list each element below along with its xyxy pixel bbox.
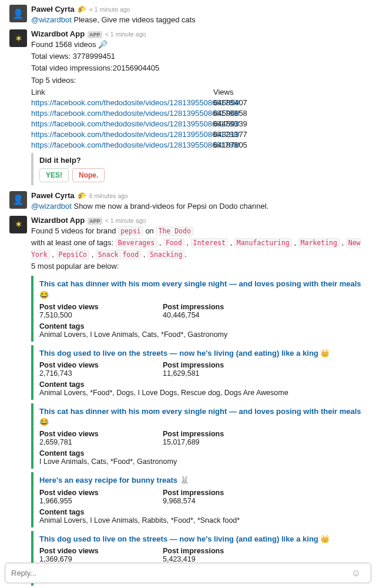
reply-box: ☺ — [5, 563, 371, 583]
author-name[interactable]: Wizardbot App — [31, 29, 85, 38]
video-title[interactable]: This dog used to live on the streets — n… — [39, 534, 367, 544]
reply-input[interactable] — [5, 563, 371, 583]
content-tags: I Love Animals, Cats, *Food*, Gastronomy — [39, 457, 367, 466]
video-attachment: This cat has dinner with his mom every s… — [31, 276, 367, 341]
impressions-value: 40,446,754 — [163, 311, 286, 319]
views-value: 2,659,781 — [39, 438, 163, 446]
nope-button[interactable]: Nope. — [72, 168, 105, 182]
avatar: ✶ — [9, 216, 27, 233]
brand-line: Found 5 videos for brand pepsi on The Do… — [31, 225, 367, 237]
message-list: 👤 Paweł Cyrta 🌮 < 1 minute ago @wizardbo… — [0, 0, 376, 588]
views-label: Post video views — [39, 361, 163, 369]
videos-table: Link Views https://facebook.com/thedodos… — [31, 88, 367, 149]
tag-code: Snack food — [96, 250, 141, 259]
author-name[interactable]: Paweł Cyrta — [31, 5, 75, 14]
message-text: @wizardbot Please, Give me videos tagged… — [31, 14, 367, 26]
tag-code: Snacking — [147, 250, 184, 259]
content-tags-label: Content tags — [39, 322, 367, 330]
video-link[interactable]: https://facebook.com/thedodosite/videos/… — [31, 130, 240, 139]
message-user: 👤 Paweł Cyrta 🌮 6 minutes ago @wizardbot… — [0, 189, 376, 213]
message-bot: ✶ Wizardbot App APP < 1 minute ago Found… — [0, 213, 376, 588]
tags-line: with at least one of tags: Beverages , F… — [31, 237, 367, 260]
status-emoji: 🌮 — [78, 192, 86, 200]
bot-line: Total video impressions:20156904405 — [31, 62, 367, 74]
views-label: Post video views — [39, 303, 163, 311]
tag-code: Marketing — [298, 238, 340, 248]
summary-line: 5 most popular are below: — [31, 260, 367, 272]
impressions-value: 15,017,689 — [163, 438, 286, 446]
content-tags-label: Content tags — [39, 380, 367, 389]
views-cell: 64596858 — [213, 109, 260, 118]
views-value: 1,369,679 — [39, 555, 163, 563]
video-title[interactable]: This cat has dinner with his mom every s… — [39, 279, 367, 300]
th-link: Link — [31, 88, 213, 96]
tag-code: Food — [163, 238, 184, 248]
views-cell: 64685407 — [213, 98, 260, 107]
impressions-label: Post impressions — [163, 361, 286, 369]
table-row: https://facebook.com/thedodosite/videos/… — [31, 109, 367, 118]
bot-line: Found 1568 videos 🔎 — [31, 39, 367, 51]
views-value: 1,966,955 — [39, 497, 163, 505]
channel-code: The Dodo — [156, 226, 193, 236]
timestamp: < 1 minute ago — [89, 6, 130, 13]
views-cell: 64459339 — [213, 119, 260, 128]
content-tags: Animal Lovers, *Food*, Dogs, I Love Dogs… — [39, 389, 367, 397]
mention[interactable]: @wizardbot — [31, 15, 72, 24]
yes-button[interactable]: YES! — [39, 168, 69, 182]
avatar: 👤 — [9, 191, 27, 209]
impressions-label: Post impressions — [163, 430, 286, 438]
table-row: https://facebook.com/thedodosite/videos/… — [31, 130, 367, 139]
video-attachment: Here's an easy recipe for bunny treats 🐰… — [31, 472, 367, 527]
video-link[interactable]: https://facebook.com/thedodosite/videos/… — [31, 141, 240, 149]
timestamp: < 1 minute ago — [105, 217, 146, 224]
video-link[interactable]: https://facebook.com/thedodosite/videos/… — [31, 119, 240, 128]
avatar: 👤 — [9, 5, 27, 22]
video-title[interactable]: Here's an easy recipe for bunny treats 🐰 — [39, 475, 367, 486]
feedback-attachment: Did it help? YES! Nope. — [31, 153, 367, 185]
impressions-value: 5,423,419 — [163, 555, 286, 563]
video-attachment: This dog used to live on the streets — n… — [31, 345, 367, 400]
timestamp: 6 minutes ago — [89, 192, 128, 199]
video-attachment: This cat has dinner with his mom every s… — [31, 403, 367, 469]
th-views: Views — [213, 88, 260, 96]
views-cell: 64321377 — [213, 130, 260, 139]
table-row: https://facebook.com/thedodosite/videos/… — [31, 98, 367, 107]
impressions-label: Post impressions — [163, 303, 286, 311]
avatar: ✶ — [9, 29, 27, 47]
impressions-value: 11,629,581 — [163, 369, 286, 377]
views-cell: 64187805 — [213, 141, 260, 149]
table-row: https://facebook.com/thedodosite/videos/… — [31, 141, 367, 149]
tag-code: Interest — [191, 238, 228, 248]
video-link[interactable]: https://facebook.com/thedodosite/videos/… — [31, 98, 240, 107]
mention[interactable]: @wizardbot — [31, 202, 72, 211]
impressions-label: Post impressions — [163, 547, 286, 555]
help-question: Did it help? — [39, 156, 367, 165]
video-title[interactable]: This cat has dinner with his mom every s… — [39, 406, 367, 427]
app-badge: APP — [88, 218, 102, 225]
impressions-value: 9,968,574 — [163, 497, 286, 505]
author-name[interactable]: Paweł Cyrta — [31, 191, 75, 200]
bot-line: Total views: 3778999451 — [31, 51, 367, 62]
app-badge: APP — [88, 31, 102, 38]
views-label: Post video views — [39, 547, 163, 555]
brand-code: pepsi — [118, 226, 143, 236]
views-label: Post video views — [39, 430, 163, 438]
content-tags: Animal Lovers, I Love Animals, Rabbits, … — [39, 516, 367, 524]
message-user: 👤 Paweł Cyrta 🌮 < 1 minute ago @wizardbo… — [0, 2, 376, 27]
emoji-icon[interactable]: ☺ — [351, 568, 361, 579]
impressions-label: Post impressions — [163, 489, 286, 497]
views-value: 7,510,500 — [39, 311, 163, 319]
table-row: https://facebook.com/thedodosite/videos/… — [31, 119, 367, 128]
views-value: 2,716,743 — [39, 369, 163, 377]
message-bot: ✶ Wizardbot App APP < 1 minute ago Found… — [0, 27, 376, 189]
status-emoji: 🌮 — [78, 5, 86, 14]
views-label: Post video views — [39, 489, 163, 497]
tag-code: Beverages — [116, 238, 157, 248]
author-name[interactable]: Wizardbot App — [31, 216, 85, 225]
video-title[interactable]: This dog used to live on the streets — n… — [39, 348, 367, 359]
content-tags: Animal Lovers, I Love Animals, Cats, *Fo… — [39, 330, 367, 339]
video-link[interactable]: https://facebook.com/thedodosite/videos/… — [31, 109, 240, 118]
bot-line: Top 5 videos: — [31, 75, 367, 86]
tag-code: Manufacturing — [234, 238, 292, 248]
content-tags-label: Content tags — [39, 449, 367, 457]
